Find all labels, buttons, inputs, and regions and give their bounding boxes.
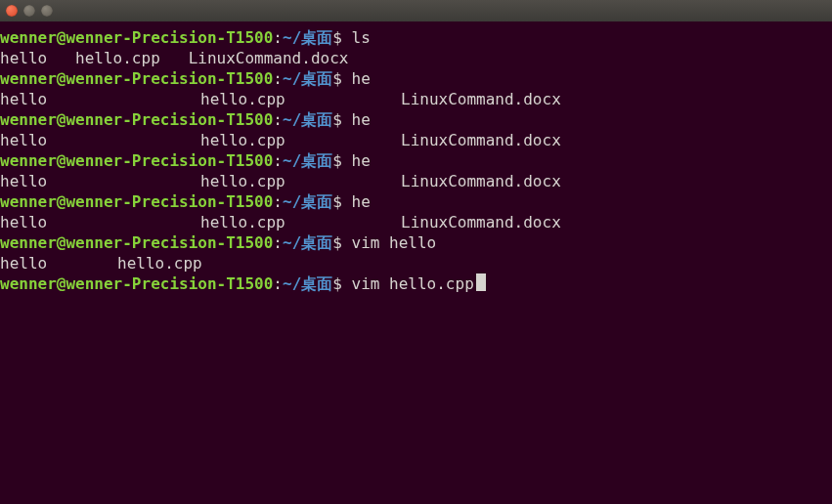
completion-item: hello [0,212,200,232]
prompt-sigil: $ [332,233,351,252]
prompt-path: ~/桌面 [283,69,332,88]
prompt-user-host: wenner@wenner-Precision-T1500 [0,274,273,293]
prompt-line: wenner@wenner-Precision-T1500:~/桌面$ ls [0,27,832,48]
terminal[interactable]: wenner@wenner-Precision-T1500:~/桌面$ lshe… [0,21,832,504]
past-command: ls [352,28,371,47]
prompt-line: wenner@wenner-Precision-T1500:~/桌面$ vim … [0,273,832,294]
prompt-separator: : [273,151,283,170]
close-icon[interactable] [6,5,18,17]
zoom-icon[interactable] [41,5,53,17]
completion-item: hello [0,253,117,273]
prompt-separator: : [273,110,283,129]
completion-output: hellohello.cppLinuxCommand.docx [0,130,832,150]
past-command: he [352,110,371,129]
prompt-path: ~/桌面 [283,28,332,47]
completion-item: hello.cpp [117,253,832,273]
window-titlebar [0,0,832,21]
prompt-sigil: $ [332,151,351,170]
prompt-line: wenner@wenner-Precision-T1500:~/桌面$ he [0,150,832,171]
completion-output: hellohello.cpp [0,253,832,273]
prompt-sigil: $ [332,69,351,88]
prompt-path: ~/桌面 [283,233,332,252]
prompt-path: ~/桌面 [283,192,332,211]
prompt-user-host: wenner@wenner-Precision-T1500 [0,28,273,47]
completion-item: LinuxCommand.docx [401,171,832,191]
prompt-separator: : [273,192,283,211]
past-command: he [352,69,371,88]
past-command: vim hello [352,233,437,252]
completion-item: LinuxCommand.docx [401,130,832,150]
completion-output: hellohello.cppLinuxCommand.docx [0,212,832,232]
completion-item: LinuxCommand.docx [401,212,832,232]
prompt-separator: : [273,274,283,293]
prompt-user-host: wenner@wenner-Precision-T1500 [0,151,273,170]
prompt-user-host: wenner@wenner-Precision-T1500 [0,192,273,211]
prompt-line: wenner@wenner-Precision-T1500:~/桌面$ he [0,109,832,130]
prompt-path: ~/桌面 [283,151,332,170]
completion-item: hello.cpp [200,171,401,191]
prompt-sigil: $ [332,192,351,211]
cursor [476,273,486,291]
prompt-sigil: $ [332,274,351,293]
completion-item: hello.cpp [200,212,401,232]
completion-item: hello.cpp [200,89,401,109]
completion-item: hello.cpp [200,130,401,150]
prompt-user-host: wenner@wenner-Precision-T1500 [0,233,273,252]
past-command: he [352,192,371,211]
prompt-separator: : [273,233,283,252]
past-command: he [352,151,371,170]
completion-item: LinuxCommand.docx [401,89,832,109]
prompt-separator: : [273,28,283,47]
current-command[interactable]: vim hello.cpp [352,274,474,293]
completion-output: hellohello.cppLinuxCommand.docx [0,89,832,109]
prompt-path: ~/桌面 [283,274,332,293]
prompt-user-host: wenner@wenner-Precision-T1500 [0,110,273,129]
completion-item: hello [0,171,200,191]
completion-item: hello [0,89,200,109]
prompt-line: wenner@wenner-Precision-T1500:~/桌面$ he [0,68,832,89]
prompt-sigil: $ [332,28,351,47]
minimize-icon[interactable] [23,5,35,17]
prompt-user-host: wenner@wenner-Precision-T1500 [0,69,273,88]
prompt-path: ~/桌面 [283,110,332,129]
prompt-sigil: $ [332,110,351,129]
ls-output: hello hello.cpp LinuxCommand.docx [0,48,832,68]
completion-output: hellohello.cppLinuxCommand.docx [0,171,832,191]
completion-item: hello [0,130,200,150]
prompt-line: wenner@wenner-Precision-T1500:~/桌面$ vim … [0,232,832,253]
prompt-line: wenner@wenner-Precision-T1500:~/桌面$ he [0,191,832,212]
prompt-separator: : [273,69,283,88]
